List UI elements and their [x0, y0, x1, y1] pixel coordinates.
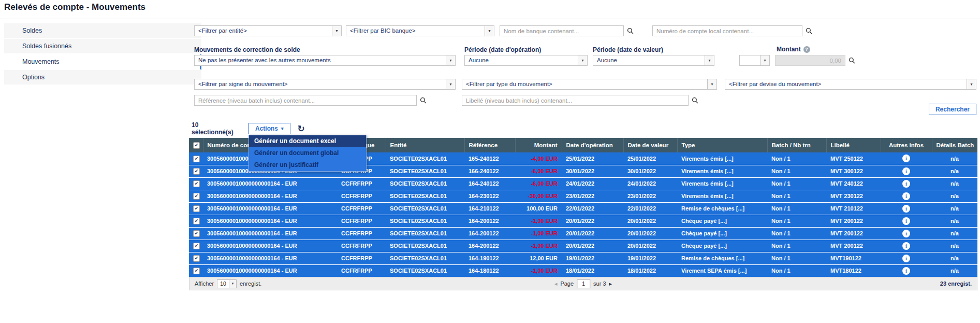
- col-entity[interactable]: Entité: [386, 138, 464, 152]
- col-reference[interactable]: Référence: [464, 138, 515, 152]
- search-icon[interactable]: [420, 97, 427, 104]
- info-icon[interactable]: i: [902, 230, 910, 237]
- menu-item-generate-excel[interactable]: Générer un document excel: [249, 135, 366, 147]
- sidebar-item-soldes[interactable]: Soldes: [4, 23, 201, 39]
- info-icon[interactable]: i: [902, 255, 910, 262]
- info-icon[interactable]: i: [902, 242, 910, 250]
- row-checkbox[interactable]: ✔: [193, 180, 200, 187]
- sidebar-item-mouvements[interactable]: Mouvements: [4, 54, 201, 70]
- help-icon[interactable]: ?: [803, 46, 810, 53]
- chevron-down-icon[interactable]: ▾: [705, 55, 714, 65]
- amount-operator-select[interactable]: ▾: [739, 55, 770, 66]
- type-filter-select[interactable]: <Filtrer par type du mouvement> ▾: [462, 79, 717, 90]
- chevron-down-icon[interactable]: ▾: [760, 55, 769, 65]
- row-checkbox[interactable]: ✔: [193, 218, 200, 224]
- col-autres-infos[interactable]: Autres infos: [881, 138, 932, 152]
- search-icon[interactable]: [627, 27, 634, 34]
- col-details-batch[interactable]: Détails Batch: [932, 138, 977, 152]
- reference-input[interactable]: [194, 95, 417, 106]
- cell-type[interactable]: Remise de chèques [...]: [677, 202, 767, 215]
- checkbox-checked-icon[interactable]: ✔: [193, 142, 200, 149]
- search-icon[interactable]: [806, 27, 812, 34]
- cell-entity: SOCIETE02SXACL01: [386, 190, 464, 202]
- col-date-value[interactable]: Date de valeur: [623, 138, 677, 152]
- table-row[interactable]: ✔ 30056000010000000000164 - EUR CCFRFRPP…: [189, 215, 977, 227]
- row-checkbox[interactable]: ✔: [193, 255, 200, 262]
- cell-type[interactable]: Chèque payé [...]: [677, 240, 767, 252]
- sidebar-item-options[interactable]: Options: [4, 70, 201, 86]
- cell-type[interactable]: Chèque payé [...]: [677, 215, 767, 227]
- actions-button[interactable]: Actions ▾: [248, 123, 290, 134]
- search-icon[interactable]: [849, 57, 855, 64]
- refresh-icon[interactable]: ↻: [298, 124, 305, 133]
- info-icon[interactable]: i: [902, 192, 910, 200]
- prev-page-icon[interactable]: ◂: [554, 280, 558, 287]
- page-size-select[interactable]: 10 ▾: [217, 279, 237, 288]
- row-checkbox[interactable]: ✔: [193, 230, 200, 237]
- cell-date-operation: 19/01/2022: [562, 252, 623, 264]
- period-operation-select[interactable]: Aucune ▾: [464, 55, 588, 66]
- row-checkbox[interactable]: ✔: [193, 168, 200, 175]
- col-date-operation[interactable]: Date d'opération: [562, 138, 623, 152]
- label-input[interactable]: [462, 95, 689, 106]
- cell-amount: -4,00 EUR: [515, 152, 562, 165]
- row-checkbox[interactable]: ✔: [193, 268, 200, 274]
- menu-item-generate-justificatif[interactable]: Générer un justificatif: [249, 159, 366, 171]
- table-row[interactable]: ✔ 30056000010000000000164 - EUR CCFRFRPP…: [189, 240, 977, 252]
- cell-type[interactable]: Remise de chèques [...]: [677, 252, 767, 264]
- chevron-down-icon[interactable]: ▾: [446, 79, 455, 89]
- cell-type[interactable]: Virements émis [...]: [677, 190, 767, 202]
- period-value-select[interactable]: Aucune ▾: [593, 55, 714, 66]
- info-icon[interactable]: i: [902, 180, 910, 188]
- currency-filter-select[interactable]: <Filtrer par devise du mouvement> ▾: [725, 79, 976, 90]
- bic-filter-select[interactable]: <Filtrer par BIC banque> ▾: [346, 25, 494, 36]
- chevron-down-icon[interactable]: ▾: [578, 55, 587, 65]
- bank-name-input[interactable]: [500, 25, 624, 36]
- chevron-down-icon[interactable]: ▾: [967, 79, 976, 89]
- chevron-down-icon[interactable]: ▾: [446, 55, 455, 65]
- table-row[interactable]: ✔ 30056000010000000000164 - EUR CCFRFRPP…: [189, 202, 977, 215]
- info-icon[interactable]: i: [902, 167, 910, 175]
- chevron-down-icon[interactable]: ▾: [485, 26, 494, 36]
- chevron-down-icon[interactable]: ▾: [707, 79, 716, 89]
- info-icon[interactable]: i: [902, 155, 910, 162]
- bank-name-filter: [500, 25, 638, 36]
- col-amount[interactable]: Montant: [515, 138, 562, 152]
- cell-batch: Non / 1: [767, 240, 826, 252]
- cell-type[interactable]: Virements émis [...]: [677, 152, 767, 165]
- amount-input[interactable]: [775, 55, 845, 66]
- row-checkbox[interactable]: ✔: [193, 243, 200, 249]
- sign-filter-select[interactable]: <Filtrer par signe du mouvement> ▾: [194, 79, 456, 90]
- cell-type[interactable]: Virement SEPA émis [...]: [677, 264, 767, 277]
- table-row[interactable]: ✔ 30056000010000000000164 - EUR CCFRFRPP…: [189, 190, 977, 202]
- info-icon[interactable]: i: [902, 217, 910, 225]
- search-icon[interactable]: [692, 97, 698, 104]
- table-row[interactable]: ✔ 30056000010000000000164 - EUR CCFRFRPP…: [189, 264, 977, 277]
- col-batch[interactable]: Batch / Nb trn: [767, 138, 826, 152]
- local-account-input[interactable]: [652, 25, 802, 36]
- col-label[interactable]: Libellé: [826, 138, 881, 152]
- chevron-down-icon[interactable]: ▾: [229, 280, 236, 288]
- cell-type[interactable]: Virements émis [...]: [677, 165, 767, 177]
- table-row[interactable]: ✔ 30056000010000000000164 - EUR CCFRFRPP…: [189, 227, 977, 240]
- table-row[interactable]: ✔ 30056000010000000000164 - EUR CCFRFRPP…: [189, 177, 977, 190]
- page-input[interactable]: [577, 279, 590, 288]
- row-checkbox[interactable]: ✔: [193, 156, 200, 162]
- row-checkbox[interactable]: ✔: [193, 193, 200, 200]
- menu-item-generate-global[interactable]: Générer un document global: [249, 147, 366, 159]
- table-row[interactable]: ✔ 30056000010000000000164 - EUR CCFRFRPP…: [189, 252, 977, 264]
- info-icon[interactable]: i: [902, 205, 910, 213]
- next-page-icon[interactable]: ▸: [609, 280, 612, 287]
- correction-select[interactable]: Ne pas les présenter avec les autres mou…: [194, 55, 456, 66]
- entity-filter-select[interactable]: <Filtrer par entité> ▾: [194, 25, 342, 36]
- row-checkbox[interactable]: ✔: [193, 205, 200, 212]
- chevron-down-icon[interactable]: ▾: [332, 26, 341, 36]
- col-type[interactable]: Type: [677, 138, 767, 152]
- cell-label: MVT 210122: [826, 202, 881, 215]
- cell-type[interactable]: Virements émis [...]: [677, 177, 767, 190]
- sidebar-item-soldes-fusionnes[interactable]: Soldes fusionnés: [4, 39, 201, 54]
- info-icon[interactable]: i: [902, 267, 910, 275]
- search-button[interactable]: Rechercher: [929, 104, 976, 115]
- header-select-all[interactable]: ✔: [189, 138, 203, 152]
- cell-type[interactable]: Chèque payé [...]: [677, 227, 767, 240]
